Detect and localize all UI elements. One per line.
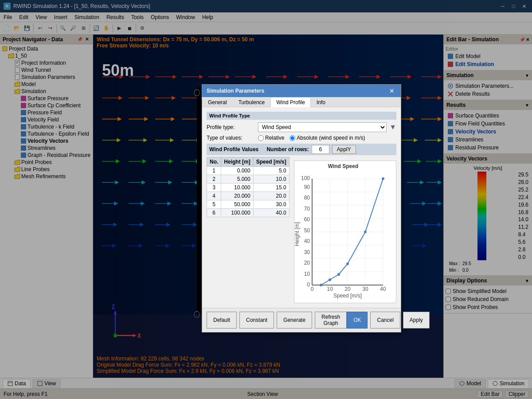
modal-tabs: General Turbulence Wind Profile Info (202, 97, 401, 107)
modal-body: Wind Profile Type Profile type: Wind Spe… (202, 107, 401, 308)
radio-absolute[interactable]: Absolute (wind speed in m/s) (289, 135, 365, 141)
modal-tab-turbulence[interactable]: Turbulence (233, 97, 271, 107)
apply-button[interactable]: ApplY (332, 145, 356, 154)
table-row: 4 20.000 20.0 (207, 192, 289, 200)
profile-type-row: Profile type: Wind Speed Power Law Logar… (207, 122, 396, 132)
svg-text:0: 0 (310, 286, 313, 292)
modal-tab-general[interactable]: General (202, 97, 233, 107)
table-row: 1 0.000 5.0 (207, 167, 289, 175)
wind-profile-type-header: Wind Profile Type (207, 112, 396, 120)
modal-title: Simulation Parameters (207, 88, 264, 94)
cell-height[interactable]: 0.000 (221, 167, 253, 175)
svg-point-291 (346, 262, 349, 265)
svg-text:90: 90 (304, 184, 310, 190)
constant-button[interactable]: Constant (239, 312, 274, 329)
num-rows-input[interactable] (312, 145, 329, 154)
wind-speed-svg: Wind Speed (294, 161, 392, 303)
svg-text:Wind Speed: Wind Speed (328, 163, 358, 169)
cancel-button[interactable]: Cancel (370, 312, 400, 329)
cell-no: 5 (207, 200, 221, 209)
table-row: 5 50.000 30.0 (207, 200, 289, 209)
col-no: No. (207, 157, 221, 167)
ok-button[interactable]: OK (347, 312, 368, 329)
cell-speed[interactable]: 40.0 (253, 209, 289, 217)
cell-speed[interactable]: 5.0 (253, 167, 289, 175)
svg-text:20: 20 (344, 286, 351, 292)
profile-table-container: No. Height [m] Speed [m/s] 1 0.000 5.0 (207, 157, 289, 303)
type-of-values-label: Type of values: (207, 135, 255, 141)
svg-text:10: 10 (304, 271, 310, 277)
modal-title-bar: Simulation Parameters ✕ (202, 85, 401, 97)
num-rows-label: Number of rows: (266, 146, 309, 153)
profile-dropdown-arrow[interactable]: ▼ (389, 123, 396, 131)
cell-speed[interactable]: 15.0 (253, 184, 289, 192)
cell-no: 1 (207, 167, 221, 175)
profile-data-table: No. Height [m] Speed [m/s] 1 0.000 5.0 (207, 157, 289, 217)
svg-text:30: 30 (362, 286, 368, 292)
cell-speed[interactable]: 20.0 (253, 192, 289, 200)
table-row: 2 5.000 10.0 (207, 175, 289, 184)
modal-footer: Default Constant Generate Refresh Graph … (202, 308, 401, 332)
svg-text:10: 10 (327, 286, 333, 292)
svg-text:100: 100 (301, 175, 310, 181)
svg-text:50: 50 (304, 227, 310, 234)
svg-text:40: 40 (380, 286, 386, 292)
modal-tab-info[interactable]: Info (311, 97, 331, 107)
modal-footer-right: OK Cancel Apply (347, 312, 430, 329)
svg-point-288 (320, 284, 322, 286)
cell-no: 4 (207, 192, 221, 200)
svg-point-292 (364, 231, 367, 233)
svg-text:30: 30 (304, 249, 310, 255)
profile-type-label: Profile type: (207, 124, 255, 130)
cell-no: 2 (207, 175, 221, 184)
svg-text:0: 0 (307, 282, 310, 288)
generate-button[interactable]: Generate (277, 312, 312, 329)
svg-text:80: 80 (304, 195, 310, 201)
cell-no: 3 (207, 184, 221, 192)
svg-point-290 (337, 273, 340, 276)
cell-height[interactable]: 20.000 (221, 192, 253, 200)
col-height: Height [m] (221, 157, 253, 167)
radio-relative[interactable]: Relative (258, 135, 284, 141)
cell-height[interactable]: 5.000 (221, 175, 253, 184)
cell-speed[interactable]: 30.0 (253, 200, 289, 209)
profile-type-select[interactable]: Wind Speed Power Law Logarithmic Custom (258, 122, 387, 132)
svg-text:20: 20 (304, 260, 310, 266)
table-row: 6 100.000 40.0 (207, 209, 289, 217)
svg-text:Height [m]: Height [m] (294, 222, 300, 246)
svg-text:40: 40 (304, 238, 310, 244)
cell-no: 6 (207, 209, 221, 217)
type-of-values-row: Type of values: Relative Absolute (wind … (207, 135, 396, 141)
cell-height[interactable]: 100.000 (221, 209, 253, 217)
svg-text:70: 70 (304, 206, 310, 212)
wind-profile-values-header: Wind Profile Values Number of rows: Appl… (207, 144, 396, 155)
svg-point-289 (329, 278, 331, 281)
cell-speed[interactable]: 10.0 (253, 175, 289, 184)
modal-tab-wind-profile[interactable]: Wind Profile (270, 97, 311, 107)
svg-text:60: 60 (304, 216, 310, 223)
refresh-graph-button[interactable]: Refresh Graph (315, 312, 347, 329)
svg-point-293 (382, 177, 384, 180)
modal-close-button[interactable]: ✕ (387, 87, 396, 94)
cell-height[interactable]: 10.000 (221, 184, 253, 192)
modal-footer-left: Default Constant Generate Refresh Graph (207, 312, 347, 329)
cell-height[interactable]: 50.000 (221, 200, 253, 209)
svg-text:Speed [m/s]: Speed [m/s] (333, 293, 362, 299)
modal-overlay: Simulation Parameters ✕ General Turbulen… (0, 0, 532, 399)
default-button[interactable]: Default (207, 312, 237, 329)
apply-footer-button[interactable]: Apply (403, 312, 430, 329)
simulation-parameters-dialog: Simulation Parameters ✕ General Turbulen… (202, 84, 401, 332)
wind-speed-chart: Wind Speed (294, 160, 396, 303)
col-speed: Speed [m/s] (253, 157, 289, 167)
table-row: 3 10.000 15.0 (207, 184, 289, 192)
radio-group: Relative Absolute (wind speed in m/s) (258, 135, 365, 141)
profile-content: No. Height [m] Speed [m/s] 1 0.000 5.0 (207, 157, 396, 303)
